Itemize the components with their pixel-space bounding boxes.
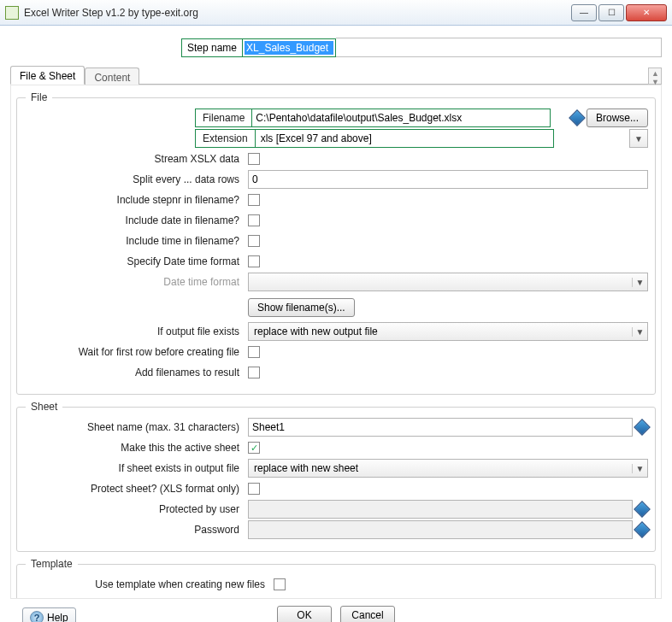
variable-icon[interactable] xyxy=(636,421,648,433)
out-exists-value: replace with new output file xyxy=(249,326,632,337)
tab-content-label: Content xyxy=(94,72,130,84)
title-bar: Excel Writer Step v1.2 by type-exit.org … xyxy=(0,0,672,26)
close-button[interactable]: ✕ xyxy=(626,4,667,21)
help-button[interactable]: ? Help xyxy=(22,607,76,622)
usetpl-label: Use template when creating new files xyxy=(24,578,274,590)
usetpl-checkbox[interactable] xyxy=(274,578,286,590)
chevron-down-icon[interactable]: ▼ xyxy=(632,464,647,473)
browse-button[interactable]: Browse... xyxy=(587,109,648,127)
window-title: Excel Writer Step v1.2 by type-exit.org xyxy=(24,7,571,19)
extension-value: xls [Excel 97 and above] xyxy=(256,132,553,144)
sheet-exists-select[interactable]: replace with new sheet▼ xyxy=(248,459,648,478)
template-group-title: Template xyxy=(26,558,78,570)
stepnr-checkbox[interactable] xyxy=(248,194,260,206)
stream-label: Stream XSLX data xyxy=(24,153,248,165)
pwd-input xyxy=(248,520,633,539)
step-name-label: Step name xyxy=(181,38,243,57)
dtf-select: ▼ xyxy=(248,273,648,291)
cancel-button[interactable]: Cancel xyxy=(340,606,395,622)
sheet-exists-label: If sheet exists in output file xyxy=(24,462,248,474)
protect-label: Protect sheet? (XLS format only) xyxy=(24,483,248,495)
show-filenames-button[interactable]: Show filename(s)... xyxy=(248,298,355,317)
window-buttons: — ☐ ✕ xyxy=(571,4,667,21)
tab-bar: File & Sheet Content ▲▼ xyxy=(10,66,662,85)
specfmt-label: Specify Date time format xyxy=(24,255,248,267)
variable-icon[interactable] xyxy=(571,112,583,124)
inctime-checkbox[interactable] xyxy=(248,235,260,247)
minimize-button[interactable]: — xyxy=(571,4,597,21)
variable-icon[interactable] xyxy=(636,503,648,515)
incdate-label: Include date in filename? xyxy=(24,214,248,226)
extension-select[interactable]: xls [Excel 97 and above] xyxy=(255,129,554,148)
extension-dropdown-arrow[interactable]: ▼ xyxy=(629,129,648,148)
stream-checkbox[interactable] xyxy=(248,153,260,165)
sheet-exists-value: replace with new sheet xyxy=(249,462,632,474)
inctime-label: Include time in filename? xyxy=(24,235,248,247)
file-group: File Filename Browse... Extension xls [E… xyxy=(16,97,656,395)
tab-file-sheet[interactable]: File & Sheet xyxy=(10,66,85,85)
incdate-checkbox[interactable] xyxy=(248,214,260,226)
waitrow-label: Wait for first row before creating file xyxy=(24,346,248,358)
help-label: Help xyxy=(47,612,68,622)
sheetname-input[interactable] xyxy=(248,418,633,437)
variable-icon[interactable] xyxy=(636,524,648,536)
split-label: Split every ... data rows xyxy=(24,173,248,185)
maximize-button[interactable]: ☐ xyxy=(598,4,624,21)
extension-label: Extension xyxy=(195,129,256,148)
sheet-group-title: Sheet xyxy=(26,401,62,413)
step-name-input[interactable] xyxy=(245,41,333,55)
step-name-extend[interactable] xyxy=(336,38,662,57)
app-icon xyxy=(5,6,19,20)
sheet-group: Sheet Sheet name (max. 31 characters) Ma… xyxy=(16,407,656,552)
tab-content[interactable]: Content xyxy=(85,67,139,85)
ok-button[interactable]: OK xyxy=(277,606,332,622)
filename-label: Filename xyxy=(195,109,252,127)
addfn-checkbox[interactable] xyxy=(248,367,260,378)
pwd-label: Password xyxy=(24,524,248,536)
dtf-label: Date time format xyxy=(24,276,248,288)
split-input[interactable] xyxy=(248,170,648,189)
file-group-title: File xyxy=(26,91,52,103)
waitrow-checkbox[interactable] xyxy=(248,346,260,358)
out-exists-label: If output file exists xyxy=(24,326,248,337)
filename-input[interactable] xyxy=(251,109,551,127)
tab-scroll-icon[interactable]: ▲▼ xyxy=(651,69,659,86)
active-label: Make this the active sheet xyxy=(24,442,248,454)
protect-checkbox[interactable] xyxy=(248,483,260,495)
chevron-down-icon[interactable]: ▼ xyxy=(632,327,647,337)
tab-file-sheet-label: File & Sheet xyxy=(20,70,75,82)
specfmt-checkbox[interactable] xyxy=(248,255,260,267)
out-exists-select[interactable]: replace with new output file▼ xyxy=(248,322,648,341)
addfn-label: Add filenames to result xyxy=(24,367,248,378)
protuser-input xyxy=(248,500,633,519)
help-icon: ? xyxy=(30,611,44,622)
protuser-label: Protected by user xyxy=(24,503,248,515)
stepnr-label: Include stepnr in filename? xyxy=(24,194,248,206)
active-checkbox[interactable] xyxy=(248,442,260,454)
step-name-row: Step name xyxy=(10,38,662,57)
sheetname-label: Sheet name (max. 31 characters) xyxy=(24,421,248,433)
chevron-down-icon: ▼ xyxy=(632,278,647,287)
template-group: Template Use template when creating new … xyxy=(16,564,656,599)
